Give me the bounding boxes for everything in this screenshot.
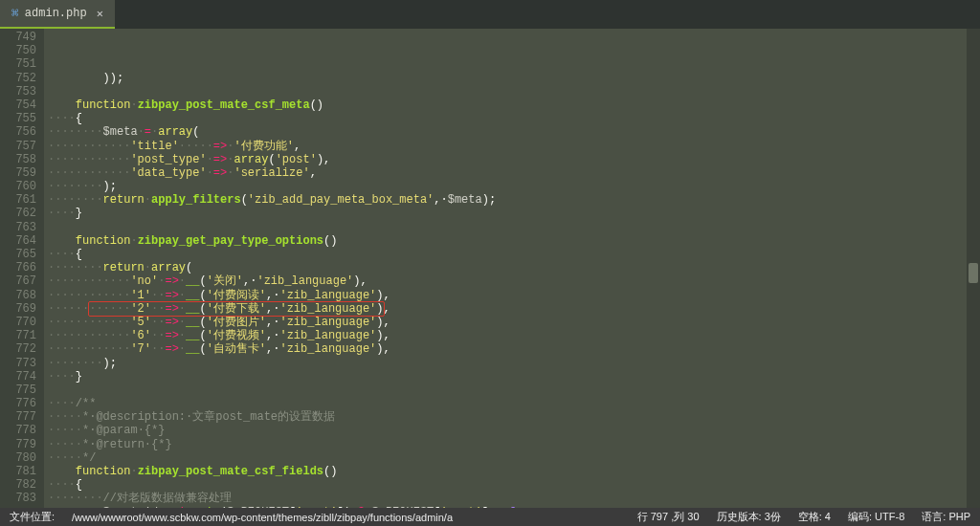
editor: 7497507517527537547557567577587597607617… [0,29,980,508]
line-number: 751 [0,57,36,71]
code-line[interactable]: ············'1'··=>·__('付费阅读',·'zib_lang… [44,289,980,302]
line-number: 781 [0,465,36,478]
code-line[interactable]: ····/** [44,397,980,410]
code-line[interactable]: ·····*·@param·{*} [44,424,980,437]
line-number: 770 [0,316,36,329]
line-number: 752 [0,72,36,85]
status-path: /www/wwwroot/www.scbkw.com/wp-content/th… [72,512,620,523]
line-number: 767 [0,274,36,288]
line-number: 777 [0,410,36,424]
code-line[interactable]: ····{ [44,248,980,261]
line-number: 758 [0,153,36,166]
line-number-gutter: 7497507517527537547557567577587597607617… [0,29,44,508]
status-history[interactable]: 历史版本: 3份 [717,510,781,524]
line-number: 753 [0,85,36,99]
code-line[interactable]: ············'data_type'·=>·'serialize', [44,166,980,180]
status-language[interactable]: 语言: PHP [922,510,970,524]
line-number: 783 [0,492,36,505]
status-encoding[interactable]: 编码: UTF-8 [848,510,904,524]
line-number: 750 [0,44,36,57]
vertical-scrollbar[interactable] [967,29,980,508]
code-line[interactable]: )); [44,72,980,85]
line-number: 749 [0,31,36,44]
code-line[interactable]: ············'2'··=>·__('付费下载',·'zib_lang… [44,302,980,316]
tab-bar: ⌘ admin.php ✕ [0,0,980,29]
line-number: 763 [0,221,36,234]
line-number: 759 [0,166,36,180]
line-number: 780 [0,451,36,465]
line-number: 778 [0,424,36,437]
code-line[interactable] [44,85,980,99]
code-area[interactable]: )); function·zibpay_post_mate_csf_meta()… [44,29,980,508]
code-line[interactable]: ········return·array( [44,261,980,274]
code-line[interactable]: ····{ [44,478,980,492]
code-line[interactable]: function·zibpay_get_pay_type_options() [44,234,980,248]
line-number: 761 [0,193,36,207]
line-number: 760 [0,180,36,193]
line-number: 765 [0,248,36,261]
code-line[interactable]: ····{ [44,112,980,125]
code-line[interactable]: ············'title'·····=>·'付费功能', [44,140,980,153]
line-number: 771 [0,329,36,342]
code-line[interactable]: ········$meta·=·array( [44,125,980,139]
code-line[interactable]: ·····*/ [44,451,980,465]
status-spaces[interactable]: 空格: 4 [798,510,831,524]
code-line[interactable]: function·zibpay_post_mate_csf_fields() [44,465,980,478]
code-line[interactable]: ·····*·@return·{*} [44,438,980,451]
code-line[interactable]: ········//对老版数据做兼容处理 [44,492,980,505]
scrollbar-thumb[interactable] [969,263,978,282]
file-tab[interactable]: ⌘ admin.php ✕ [0,0,115,29]
line-number: 773 [0,357,36,370]
code-line[interactable]: ············'6'··=>·__('付费视频',·'zib_lang… [44,329,980,342]
line-number: 762 [0,207,36,220]
line-number: 755 [0,112,36,125]
php-file-icon: ⌘ [11,6,19,21]
line-number: 756 [0,125,36,139]
line-number: 769 [0,302,36,316]
line-number: 772 [0,342,36,356]
close-tab-icon[interactable]: ✕ [97,7,103,21]
code-line[interactable]: ············'no'·=>·__('关闭',·'zib_langua… [44,274,980,288]
code-line[interactable] [44,384,980,397]
code-line[interactable]: ········return·apply_filters('zib_add_pa… [44,193,980,207]
code-line[interactable]: ············'5'··=>·__('付费图片',·'zib_lang… [44,316,980,329]
line-number: 776 [0,397,36,410]
line-number: 768 [0,289,36,302]
code-line[interactable]: ············'7'··=>·__('自动售卡',·'zib_lang… [44,342,980,356]
code-line[interactable] [44,221,980,234]
line-number: 774 [0,370,36,384]
tab-filename: admin.php [25,7,87,20]
status-bar: 文件位置: /www/wwwroot/www.scbkw.com/wp-cont… [0,508,980,526]
code-line[interactable]: ········); [44,357,980,370]
line-number: 764 [0,234,36,248]
status-line-col[interactable]: 行 797 ,列 30 [637,510,700,524]
line-number: 775 [0,384,36,397]
code-line[interactable]: function·zibpay_post_mate_csf_meta() [44,99,980,112]
code-line[interactable]: ····} [44,207,980,220]
line-number: 754 [0,99,36,112]
line-number: 757 [0,140,36,153]
code-line[interactable]: ····} [44,370,980,384]
code-line[interactable]: ·····*·@description:·文章post_mate的设置数据 [44,410,980,424]
line-number: 782 [0,478,36,492]
code-line[interactable]: ············'post_type'·=>·array('post')… [44,153,980,166]
line-number: 766 [0,261,36,274]
code-line[interactable]: ········); [44,180,980,193]
status-path-label: 文件位置: [10,510,55,524]
line-number: 779 [0,438,36,451]
